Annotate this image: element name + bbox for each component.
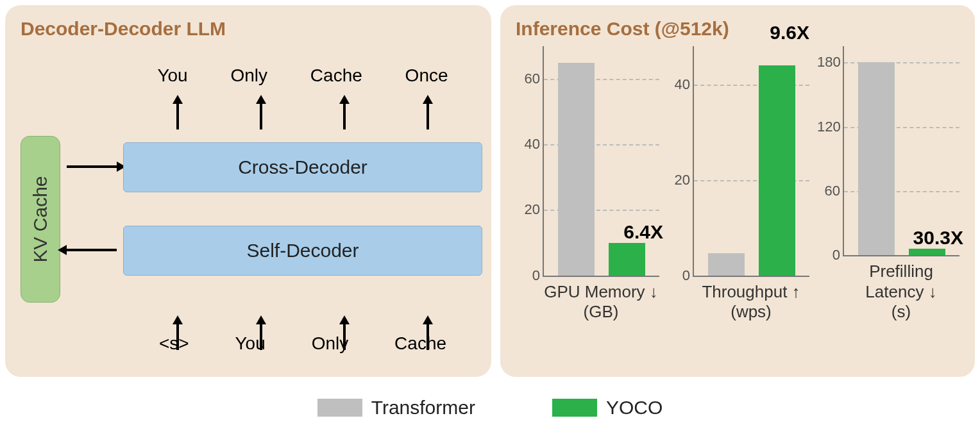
- input-token: Only: [312, 333, 349, 354]
- chart-xlabel: Throughput ↑(wps): [693, 282, 809, 322]
- legend-label-yoco: YOCO: [606, 397, 663, 419]
- arrow-up-icon: [256, 95, 266, 104]
- output-token: Once: [405, 65, 448, 86]
- bar-transformer: [558, 63, 595, 276]
- decoder-diagram: KV Cache You Only Cache Once Cross-Decod…: [21, 46, 476, 360]
- y-tick-label: 120: [817, 119, 840, 135]
- arrow-up-icon: [173, 95, 183, 104]
- decoder-decoder-panel: Decoder-Decoder LLM KV Cache You Only Ca…: [5, 5, 491, 377]
- kv-cache-block: KV Cache: [21, 136, 60, 303]
- arrow-up-icon: [423, 315, 433, 324]
- plot-area: 06012018030.3X: [843, 46, 959, 256]
- self-decoder-block: Self-Decoder: [123, 226, 482, 276]
- bar-annotation: 6.4X: [623, 221, 663, 243]
- chart-prefilling-latency: 06012018030.3X Prefilling Latency ↓(s): [816, 46, 959, 322]
- arrow-up-icon: [423, 95, 433, 104]
- y-tick-label: 20: [667, 172, 690, 188]
- cross-decoder-label: Cross-Decoder: [238, 156, 368, 178]
- y-tick-label: 60: [817, 183, 840, 199]
- inference-cost-panel: Inference Cost (@512k) 02040606.4X GPU M…: [500, 5, 975, 377]
- legend-swatch-yoco-icon: [552, 399, 597, 417]
- legend-item-yoco: YOCO: [552, 397, 663, 419]
- bar-annotation: 9.6X: [770, 22, 809, 44]
- legend-swatch-transformer-icon: [317, 399, 362, 417]
- y-tick-label: 60: [517, 71, 540, 87]
- bar-yoco: [609, 243, 645, 276]
- legend: Transformer YOCO: [0, 397, 980, 419]
- arrow-from-self-decoder-icon: [67, 249, 117, 251]
- bar-transformer: [858, 62, 895, 255]
- y-tick-label: 180: [817, 54, 840, 71]
- arrow-up-icon: [339, 315, 350, 324]
- charts-row: 02040606.4X GPU Memory ↓(GB) 020409.6X T…: [516, 46, 959, 322]
- input-tokens-row: <s> You Only Cache: [136, 333, 469, 354]
- input-arrows-row: [136, 315, 469, 324]
- output-tokens-row: You Only Cache Once: [136, 65, 469, 86]
- cross-decoder-block: Cross-Decoder: [123, 142, 482, 192]
- left-panel-title: Decoder-Decoder LLM: [21, 18, 476, 40]
- legend-item-transformer: Transformer: [317, 397, 475, 419]
- kv-cache-label: KV Cache: [30, 176, 51, 262]
- output-token: Cache: [310, 65, 362, 86]
- bars-group: [708, 46, 796, 276]
- chart-throughput: 020409.6X Throughput ↑(wps): [666, 46, 809, 322]
- y-tick-label: 0: [667, 267, 690, 284]
- output-token: Only: [230, 65, 267, 86]
- self-decoder-label: Self-Decoder: [246, 240, 359, 262]
- y-tick-label: 40: [517, 136, 540, 153]
- plot-area: 020409.6X: [693, 46, 809, 277]
- input-token: Cache: [394, 333, 446, 354]
- arrow-up-icon: [173, 315, 183, 324]
- y-tick-label: 20: [517, 201, 540, 218]
- arrow-up-icon: [256, 315, 266, 324]
- input-token: <s>: [159, 333, 189, 354]
- chart-xlabel: Prefilling Latency ↓(s): [843, 262, 959, 322]
- y-tick-label: 0: [817, 247, 840, 263]
- bars-group: [858, 46, 946, 255]
- input-token: You: [235, 333, 266, 354]
- output-arrows-row: [136, 95, 469, 104]
- bar-annotation: 30.3X: [913, 227, 963, 249]
- bar-yoco: [909, 249, 945, 255]
- bar-transformer: [708, 253, 745, 275]
- bar-yoco: [759, 65, 795, 276]
- arrow-to-cross-decoder-icon: [67, 165, 117, 168]
- y-tick-label: 40: [667, 76, 690, 93]
- y-tick-label: 0: [517, 267, 540, 284]
- arrow-up-icon: [339, 95, 350, 104]
- plot-area: 02040606.4X: [543, 46, 659, 277]
- chart-gpu-memory: 02040606.4X GPU Memory ↓(GB): [516, 46, 659, 322]
- right-panel-title: Inference Cost (@512k): [516, 18, 959, 40]
- chart-xlabel: GPU Memory ↓(GB): [543, 282, 659, 322]
- legend-label-transformer: Transformer: [371, 397, 475, 419]
- output-token: You: [157, 65, 187, 86]
